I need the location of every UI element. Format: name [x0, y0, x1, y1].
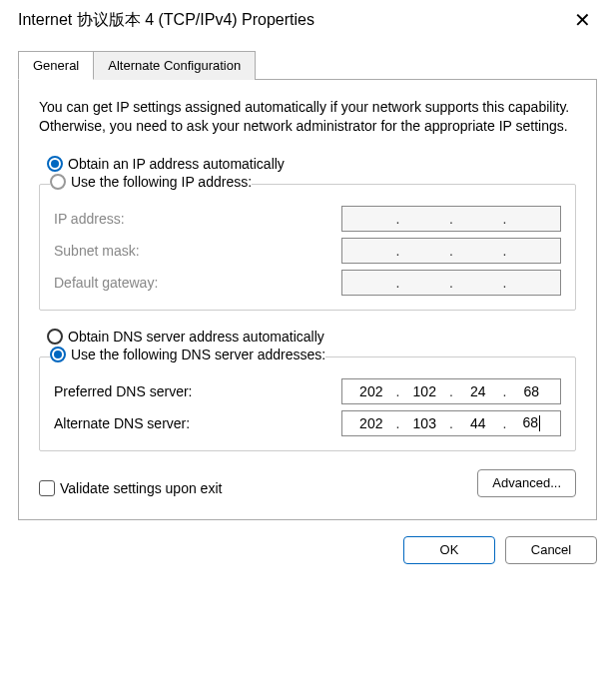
tab-panel-general: You can get IP settings assigned automat… — [18, 80, 597, 520]
radio-ip-auto[interactable] — [47, 156, 63, 172]
preferred-dns-label: Preferred DNS server: — [54, 383, 192, 399]
ip-address-label: IP address: — [54, 211, 125, 227]
window-title: Internet 协议版本 4 (TCP/IPv4) Properties — [18, 10, 314, 31]
tab-general[interactable]: General — [18, 51, 94, 80]
group-dns-manual: Use the following DNS server addresses: … — [39, 347, 576, 451]
radio-dns-auto-label: Obtain DNS server address automatically — [68, 329, 324, 345]
radio-dns-auto[interactable] — [47, 329, 63, 345]
subnet-mask-input: . . . — [341, 238, 561, 264]
group-ip-manual: Use the following IP address: IP address… — [39, 174, 576, 311]
alternate-dns-input[interactable]: 202. 103. 44. 68 — [341, 410, 561, 436]
description-text: You can get IP settings assigned automat… — [39, 98, 576, 136]
validate-label: Validate settings upon exit — [60, 480, 222, 496]
radio-ip-auto-label: Obtain an IP address automatically — [68, 156, 285, 172]
validate-checkbox[interactable] — [39, 480, 55, 496]
close-icon[interactable]: ✕ — [566, 8, 599, 32]
radio-dns-manual-label: Use the following DNS server addresses: — [71, 347, 325, 362]
radio-dns-manual[interactable] — [50, 347, 66, 362]
cancel-button[interactable]: Cancel — [505, 536, 597, 564]
gateway-input: . . . — [341, 270, 561, 296]
radio-ip-manual[interactable] — [50, 174, 66, 190]
ip-address-input: . . . — [341, 206, 561, 232]
gateway-label: Default gateway: — [54, 275, 158, 291]
advanced-button[interactable]: Advanced... — [477, 469, 576, 497]
preferred-dns-input[interactable]: 202. 102. 24. 68 — [341, 378, 561, 404]
ok-button[interactable]: OK — [403, 536, 495, 564]
radio-ip-manual-label: Use the following IP address: — [71, 174, 252, 190]
alternate-dns-label: Alternate DNS server: — [54, 415, 190, 431]
subnet-mask-label: Subnet mask: — [54, 243, 140, 259]
tab-bar: General Alternate Configuration — [18, 50, 597, 80]
tab-alternate[interactable]: Alternate Configuration — [94, 51, 256, 80]
text-cursor — [539, 415, 540, 431]
